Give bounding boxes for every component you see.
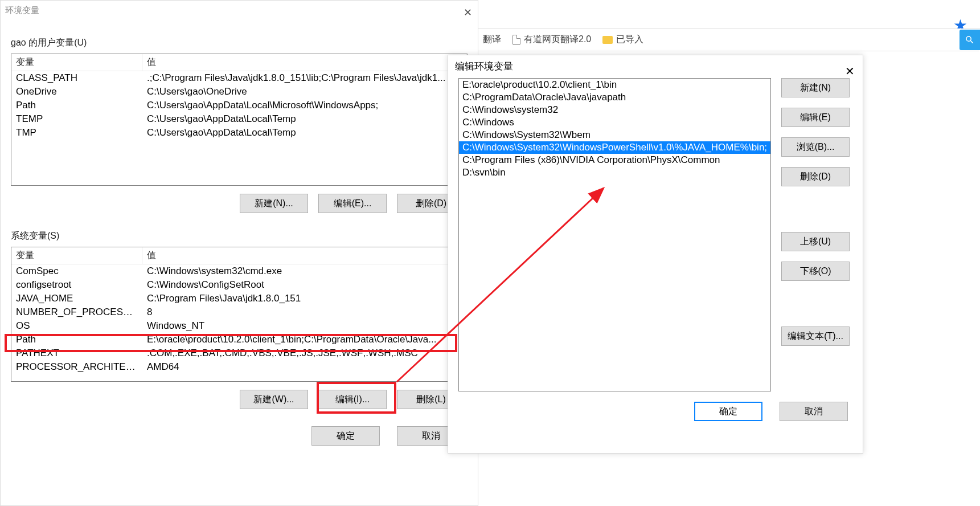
table-header: 变量 值 bbox=[11, 54, 467, 71]
table-row[interactable]: PROCESSOR_ARCHITECTUREAMD64 bbox=[11, 360, 467, 374]
var-name: TMP bbox=[11, 126, 142, 139]
bookmarks-bar: 翻译 有道网页翻译2.0 已导入 bbox=[478, 28, 979, 51]
var-name: OneDrive bbox=[11, 85, 142, 98]
list-item[interactable]: C:\ProgramData\Oracle\Java\javapath bbox=[459, 91, 770, 104]
close-icon[interactable]: ✕ bbox=[464, 3, 472, 22]
list-item[interactable]: E:\oracle\product\10.2.0\client_1\bin bbox=[459, 79, 770, 91]
list-item[interactable]: C:\Windows\System32\Wbem bbox=[459, 129, 770, 141]
list-item[interactable]: C:\Windows bbox=[459, 116, 770, 129]
var-value: C:\Windows\system32\cmd.exe bbox=[142, 265, 467, 278]
dialog-title-bar: 环境变量 ✕ bbox=[1, 1, 478, 20]
var-name: TEMP bbox=[11, 113, 142, 125]
path-list[interactable]: E:\oracle\product\10.2.0\client_1\bin C:… bbox=[458, 78, 771, 391]
var-value: C:\Users\gao\OneDrive bbox=[142, 85, 467, 98]
page-icon bbox=[512, 35, 520, 45]
delete-button[interactable]: 删除(D) bbox=[781, 167, 850, 186]
search-button[interactable] bbox=[960, 30, 980, 50]
var-name: CLASS_PATH bbox=[11, 72, 142, 84]
user-edit-button[interactable]: 编辑(E)... bbox=[318, 194, 387, 213]
var-value: AMD64 bbox=[142, 361, 467, 373]
col-variable[interactable]: 变量 bbox=[11, 247, 142, 264]
list-item[interactable]: C:\Windows\system32 bbox=[459, 104, 770, 116]
table-row[interactable]: ComSpecC:\Windows\system32\cmd.exe bbox=[11, 264, 467, 278]
system-vars-table: 变量 值 ComSpecC:\Windows\system32\cmd.exe … bbox=[11, 247, 468, 382]
search-icon bbox=[965, 35, 975, 45]
bookmark-youdao[interactable]: 有道网页翻译2.0 bbox=[512, 34, 591, 46]
var-name: ComSpec bbox=[11, 265, 142, 278]
ok-button[interactable]: 确定 bbox=[311, 426, 380, 446]
var-value: .COM;.EXE;.BAT;.CMD;.VBS;.VBE;.JS;.JSE;.… bbox=[142, 347, 467, 360]
sys-new-button[interactable]: 新建(W)... bbox=[240, 390, 308, 409]
user-vars-label: gao 的用户变量(U) bbox=[11, 37, 478, 49]
table-row[interactable]: PATHEXT.COM;.EXE;.BAT;.CMD;.VBS;.VBE;.JS… bbox=[11, 346, 467, 360]
var-name: PATHEXT bbox=[11, 347, 142, 360]
user-new-button[interactable]: 新建(N)... bbox=[240, 194, 308, 213]
close-icon[interactable]: ✕ bbox=[845, 60, 855, 83]
edit-dialog-footer: 确定 取消 bbox=[448, 402, 848, 421]
var-value: Windows_NT bbox=[142, 320, 467, 332]
table-row[interactable]: PathE:\oracle\product\10.2.0\client_1\bi… bbox=[11, 333, 467, 346]
var-name: configsetroot bbox=[11, 279, 142, 291]
var-value: C:\Users\gao\AppData\Local\Temp bbox=[142, 113, 467, 125]
table-header: 变量 值 bbox=[11, 247, 467, 264]
user-vars-body[interactable]: CLASS_PATH.;C:\Program Files\Java\jdk1.8… bbox=[11, 71, 467, 185]
bookmark-imported[interactable]: 已导入 bbox=[602, 34, 643, 46]
bookmark-label: 已导入 bbox=[616, 34, 643, 46]
system-vars-body[interactable]: ComSpecC:\Windows\system32\cmd.exe confi… bbox=[11, 264, 467, 381]
table-row[interactable]: CLASS_PATH.;C:\Program Files\Java\jdk1.8… bbox=[11, 71, 467, 85]
table-row[interactable]: TMPC:\Users\gao\AppData\Local\Temp bbox=[11, 126, 467, 140]
edit-text-button[interactable]: 编辑文本(T)... bbox=[781, 327, 850, 346]
dialog-title: 环境变量 bbox=[5, 5, 39, 15]
folder-icon bbox=[602, 36, 613, 44]
col-variable[interactable]: 变量 bbox=[11, 54, 142, 71]
var-name: JAVA_HOME bbox=[11, 292, 142, 305]
env-variables-dialog: 环境变量 ✕ gao 的用户变量(U) 变量 值 CLASS_PATH.;C:\… bbox=[0, 0, 478, 506]
table-row[interactable]: configsetrootC:\Windows\ConfigSetRoot bbox=[11, 278, 467, 292]
user-vars-buttons: 新建(N)... 编辑(E)... 删除(D) bbox=[1, 194, 465, 213]
var-value: .;C:\Program Files\Java\jdk1.8.0_151\lib… bbox=[142, 72, 467, 84]
system-vars-label: 系统变量(S) bbox=[11, 230, 478, 242]
browse-button[interactable]: 浏览(B)... bbox=[781, 137, 850, 157]
dialog-title-bar: 编辑环境变量 ✕ bbox=[448, 55, 863, 78]
list-item-selected[interactable]: C:\Windows\System32\WindowsPowerShell\v1… bbox=[459, 141, 770, 154]
var-value: 8 bbox=[142, 306, 467, 319]
move-down-button[interactable]: 下移(O) bbox=[781, 262, 850, 281]
edit-side-buttons: 新建(N) 编辑(E) 浏览(B)... 删除(D) 上移(U) 下移(O) 编… bbox=[781, 78, 852, 391]
table-row[interactable]: JAVA_HOMEC:\Program Files\Java\jdk1.8.0_… bbox=[11, 292, 467, 305]
list-item[interactable]: C:\Program Files (x86)\NVIDIA Corporatio… bbox=[459, 154, 770, 166]
var-name: OS bbox=[11, 320, 142, 332]
move-up-button[interactable]: 上移(U) bbox=[781, 232, 850, 251]
system-vars-buttons: 新建(W)... 编辑(I)... 删除(L) bbox=[1, 390, 465, 409]
ok-button[interactable]: 确定 bbox=[694, 402, 762, 421]
sys-edit-button[interactable]: 编辑(I)... bbox=[318, 390, 387, 409]
cancel-button[interactable]: 取消 bbox=[780, 402, 848, 421]
var-value: C:\Program Files\Java\jdk1.8.0_151 bbox=[142, 292, 467, 305]
table-row[interactable]: OneDriveC:\Users\gao\OneDrive bbox=[11, 85, 467, 99]
table-row[interactable]: NUMBER_OF_PROCESSORS8 bbox=[11, 305, 467, 319]
edit-button[interactable]: 编辑(E) bbox=[781, 108, 850, 127]
table-row[interactable]: OSWindows_NT bbox=[11, 319, 467, 333]
var-value: C:\Users\gao\AppData\Local\Microsoft\Win… bbox=[142, 99, 467, 112]
dialog-title: 编辑环境变量 bbox=[455, 61, 513, 72]
table-row[interactable]: TEMPC:\Users\gao\AppData\Local\Temp bbox=[11, 112, 467, 126]
edit-env-var-dialog: 编辑环境变量 ✕ E:\oracle\product\10.2.0\client… bbox=[448, 55, 863, 454]
new-button[interactable]: 新建(N) bbox=[781, 78, 850, 97]
var-value: C:\Windows\ConfigSetRoot bbox=[142, 279, 467, 291]
table-row[interactable]: PathC:\Users\gao\AppData\Local\Microsoft… bbox=[11, 99, 467, 112]
var-value: C:\Users\gao\AppData\Local\Temp bbox=[142, 126, 467, 139]
var-value: E:\oracle\product\10.2.0\client_1\bin;C:… bbox=[142, 333, 467, 346]
bookmark-translate[interactable]: 翻译 bbox=[483, 34, 501, 46]
var-name: Path bbox=[11, 333, 142, 346]
list-item[interactable]: D:\svn\bin bbox=[459, 166, 770, 179]
var-name: Path bbox=[11, 99, 142, 112]
bookmark-label: 有道网页翻译2.0 bbox=[524, 34, 591, 46]
dialog-footer-buttons: 确定 取消 bbox=[1, 426, 465, 446]
user-vars-table: 变量 值 CLASS_PATH.;C:\Program Files\Java\j… bbox=[11, 54, 468, 186]
var-name: NUMBER_OF_PROCESSORS bbox=[11, 306, 142, 319]
var-name: PROCESSOR_ARCHITECTURE bbox=[11, 361, 142, 373]
browser-toolbar: ★ bbox=[478, 0, 980, 28]
col-value[interactable]: 值 bbox=[142, 54, 467, 71]
col-value[interactable]: 值 bbox=[142, 247, 467, 264]
